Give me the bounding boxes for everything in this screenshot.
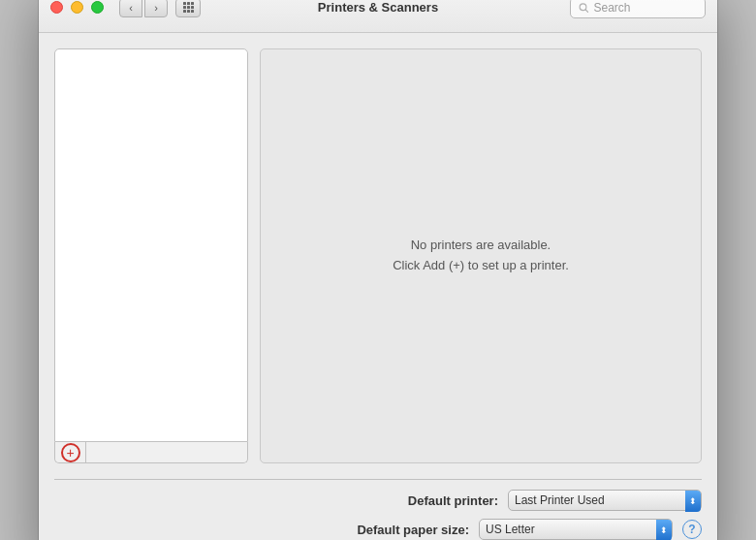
svg-line-1 [585,9,588,12]
default-printer-dropdown[interactable]: Last Printer Used ⬍ [508,490,702,511]
forward-icon: › [154,2,158,14]
printers-scanners-window: ‹ › Printers & Scanners [39,0,717,540]
printer-list-footer: + [54,442,248,463]
default-printer-row: Default printer: Last Printer Used ⬍ [362,490,702,511]
default-paper-value: US Letter [486,523,666,536]
search-box[interactable] [570,0,706,18]
plus-icon: + [66,446,74,460]
default-paper-dropdown[interactable]: US Letter ⬍ [479,519,673,540]
grid-icon [183,2,194,13]
nav-buttons: ‹ › [119,0,168,17]
search-input[interactable] [593,1,697,15]
default-paper-label: Default paper size: [333,523,469,537]
dropdown-arrow-icon: ⬍ [685,491,701,512]
traffic-lights [50,1,104,14]
right-panel: No printers are available. Click Add (+)… [260,48,702,463]
bottom-bar: Default printer: Last Printer Used ⬍ Def… [39,480,717,540]
no-printers-line2: Click Add (+) to set up a printer. [393,256,569,276]
close-button[interactable] [50,1,63,14]
no-printers-line1: No printers are available. [393,236,569,256]
back-icon: ‹ [129,2,133,14]
window-title: Printers & Scanners [318,0,438,15]
search-icon [579,2,588,14]
no-printers-message: No printers are available. Click Add (+)… [393,236,569,276]
default-paper-row: Default paper size: US Letter ⬍ ? [333,519,702,540]
maximize-button[interactable] [91,1,104,14]
grid-view-button[interactable] [175,0,201,17]
main-content: + No printers are available. Click Add (… [39,33,717,479]
titlebar: ‹ › Printers & Scanners [39,0,717,33]
default-printer-label: Default printer: [362,493,498,508]
help-button[interactable]: ? [682,520,702,539]
left-panel: + [54,48,248,463]
paper-dropdown-arrow-icon: ⬍ [656,520,672,540]
forward-button[interactable]: › [144,0,168,17]
back-button[interactable]: ‹ [119,0,142,17]
add-printer-button[interactable]: + [55,442,86,462]
printer-list [54,48,248,442]
default-printer-value: Last Printer Used [515,493,695,507]
add-circle-icon: + [61,443,80,462]
minimize-button[interactable] [71,1,83,14]
